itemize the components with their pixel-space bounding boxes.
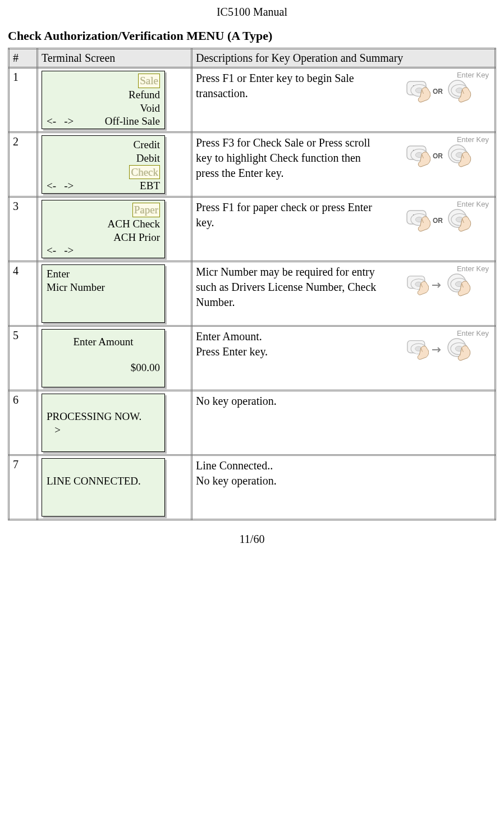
step-description: Micr Number may be required for entry su… xyxy=(196,264,383,310)
key-illustration: Enter Key 6 xyxy=(387,264,491,299)
key-illustration: Enter Key F3 OR xyxy=(387,135,491,170)
step-number: 5 xyxy=(9,326,38,391)
nav-arrows: <- -> xyxy=(47,179,74,193)
nav-right-label: Off-line Sale xyxy=(74,115,160,128)
nav-right-label: EBT xyxy=(74,179,160,193)
key-illustration: Enter Key 6 xyxy=(387,329,491,363)
screen-status: LINE CONNECTED. xyxy=(47,474,160,488)
terminal-screen: PaperACH CheckACH Prior<- -> xyxy=(42,200,165,258)
menu-line: Refund xyxy=(47,88,160,102)
step-description: Press F1 for paper check or press Enter … xyxy=(196,200,383,230)
step-description: Press F1 or Enter key to begin Sale tran… xyxy=(196,71,383,101)
key-illustration: Enter Key F1 OR xyxy=(387,71,491,105)
step-number: 6 xyxy=(9,391,38,455)
section-title: Check Authorization/Verification MENU (A… xyxy=(8,29,496,43)
col-header-desc: Descriptions for Key Operation and Summa… xyxy=(192,49,496,68)
table-row: 4 EnterMicr Number Micr Number may be re… xyxy=(9,262,496,326)
menu-line: Debit xyxy=(47,152,160,165)
screen-text: Micr Number xyxy=(47,281,160,294)
or-label: OR xyxy=(433,88,443,95)
menu-highlight: Sale xyxy=(138,74,160,88)
step-number: 7 xyxy=(9,455,38,520)
terminal-screen: LINE CONNECTED. xyxy=(42,458,165,517)
col-header-num: # xyxy=(9,49,38,68)
menu-highlight: Check xyxy=(129,165,160,180)
step-description: Press F3 for Check Sale or Press scroll … xyxy=(196,135,383,181)
table-row: 5 Enter Amount$00.00 Enter Amount.Press … xyxy=(9,326,496,391)
screen-amount: $00.00 xyxy=(47,361,160,374)
menu-line: ACH Check xyxy=(47,217,160,231)
menu-line: Credit xyxy=(47,138,160,152)
table-row: 1 SaleRefundVoid<- ->Off-line Sale Press… xyxy=(9,68,496,133)
instruction-table: # Terminal Screen Descriptions for Key O… xyxy=(8,48,496,520)
step-description: No key operation. xyxy=(196,394,491,409)
nav-arrows: <- -> xyxy=(47,115,74,128)
terminal-screen: CreditDebitCheck<- ->EBT xyxy=(42,135,165,194)
step-number: 3 xyxy=(9,197,38,262)
or-label: OR xyxy=(433,152,443,160)
key-illustration: Enter Key F1 OR xyxy=(387,200,491,234)
page-counter: 11/60 xyxy=(8,533,496,546)
step-number: 1 xyxy=(9,68,38,133)
screen-text: Enter xyxy=(47,267,160,281)
nav-arrows: <- -> xyxy=(47,244,74,257)
menu-line: ACH Prior xyxy=(47,231,160,244)
menu-highlight: Paper xyxy=(132,203,160,217)
terminal-screen: PROCESSING NOW. > xyxy=(42,394,165,452)
menu-line: Void xyxy=(47,102,160,115)
terminal-screen: EnterMicr Number xyxy=(42,264,165,323)
table-row: 3 PaperACH CheckACH Prior<- -> Press F1 … xyxy=(9,197,496,262)
terminal-screen: SaleRefundVoid<- ->Off-line Sale xyxy=(42,71,165,129)
step-number: 2 xyxy=(9,133,38,197)
screen-status: PROCESSING NOW. xyxy=(47,410,160,423)
screen-prompt: Enter Amount xyxy=(47,335,160,349)
table-row: 7 LINE CONNECTED. Line Connected..No key… xyxy=(9,455,496,520)
terminal-screen: Enter Amount$00.00 xyxy=(42,329,165,387)
step-description: Line Connected..No key operation. xyxy=(196,458,491,488)
doc-title: IC5100 Manual xyxy=(8,6,496,19)
table-row: 6 PROCESSING NOW. > No key operation. xyxy=(9,391,496,455)
or-label: OR xyxy=(433,217,443,225)
table-row: 2 CreditDebitCheck<- ->EBT Press F3 for … xyxy=(9,133,496,197)
screen-status: > xyxy=(47,423,160,437)
col-header-screen: Terminal Screen xyxy=(38,49,192,68)
step-number: 4 xyxy=(9,262,38,326)
nav-right-label xyxy=(74,244,160,257)
step-description: Enter Amount.Press Enter key. xyxy=(196,329,383,359)
